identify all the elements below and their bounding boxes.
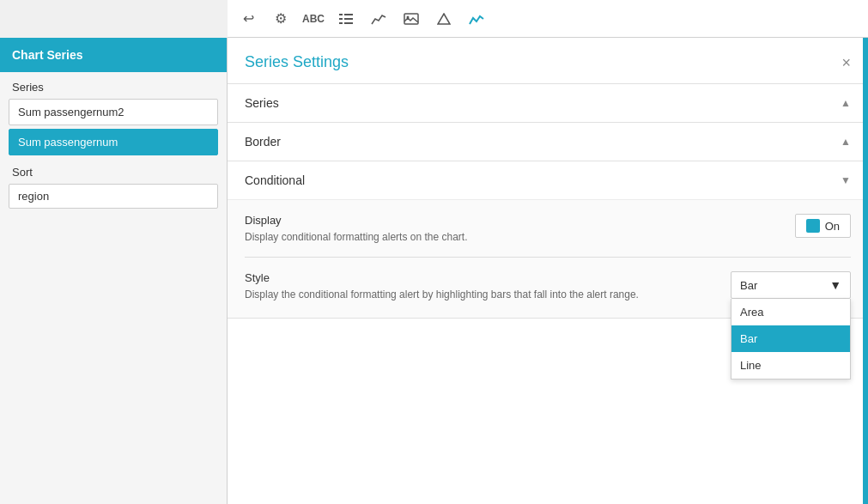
- text-button[interactable]: ABC: [300, 5, 327, 33]
- display-label: Display: [245, 214, 795, 227]
- svg-rect-5: [344, 22, 353, 24]
- section-divider: [245, 257, 851, 258]
- toggle-label: On: [825, 220, 840, 233]
- border-accordion-header[interactable]: Border ▲: [228, 123, 868, 161]
- dropdown-option-area[interactable]: Area: [731, 299, 850, 325]
- sidebar-item-series2[interactable]: Sum passengernum: [9, 129, 218, 155]
- accordion: Series ▲ Border ▲ Conditional ▼: [228, 84, 868, 504]
- svg-rect-3: [344, 18, 353, 20]
- svg-rect-0: [339, 14, 343, 15]
- svg-rect-1: [344, 14, 353, 15]
- conditional-section: Conditional ▼ Display Display conditiona…: [228, 161, 868, 319]
- sort-input[interactable]: [9, 184, 218, 209]
- dropdown-option-line[interactable]: Line: [731, 352, 850, 379]
- style-dropdown-button[interactable]: Bar ▼: [731, 271, 851, 299]
- border-section: Border ▲: [228, 123, 868, 161]
- right-accent-bar: [863, 38, 868, 504]
- list-button[interactable]: [332, 5, 360, 33]
- svg-marker-8: [438, 14, 450, 24]
- conditional-content: Display Display conditional formatting a…: [228, 199, 868, 318]
- undo-button[interactable]: ↩: [234, 5, 262, 33]
- series-label: Series: [0, 72, 227, 99]
- sidebar-item-series1[interactable]: Sum passengernum2: [9, 99, 218, 125]
- toolbar: ↩ ⚙ ABC: [228, 0, 868, 38]
- series-accordion-header[interactable]: Series ▲: [228, 84, 868, 122]
- close-button[interactable]: ×: [841, 55, 851, 70]
- dropdown-selected-label: Bar: [740, 279, 757, 292]
- shape-button[interactable]: [430, 5, 458, 33]
- settings-title: Series Settings: [245, 53, 349, 71]
- dropdown-option-bar[interactable]: Bar: [731, 325, 850, 352]
- sidebar-header: Chart Series: [0, 38, 227, 72]
- svg-rect-4: [339, 22, 343, 24]
- chart-active-button[interactable]: [463, 5, 490, 33]
- border-section-label: Border: [245, 135, 281, 149]
- display-toggle-button[interactable]: On: [795, 214, 851, 238]
- border-chevron-icon: ▲: [841, 136, 851, 148]
- style-left: Style Display the conditional formatting…: [245, 271, 731, 301]
- style-label: Style: [245, 271, 731, 284]
- settings-header: Series Settings ×: [228, 38, 868, 84]
- sidebar-items: Sum passengernum2 Sum passengernum: [0, 99, 227, 155]
- main-layout: Chart Series Series Sum passengernum2 Su…: [0, 38, 868, 504]
- dropdown-chevron-icon: ▼: [829, 278, 841, 292]
- display-description: Display conditional formatting alerts on…: [245, 231, 795, 243]
- sidebar: Chart Series Series Sum passengernum2 Su…: [0, 38, 228, 504]
- sort-label: Sort: [0, 155, 227, 184]
- toggle-on-icon: [806, 219, 820, 233]
- svg-rect-2: [339, 18, 343, 20]
- style-dropdown-wrapper: Bar ▼ Area Bar Line: [731, 271, 851, 299]
- style-row: Style Display the conditional formatting…: [245, 271, 851, 301]
- display-row: Display Display conditional formatting a…: [245, 214, 851, 243]
- conditional-accordion-header[interactable]: Conditional ▼: [228, 161, 868, 199]
- image-button[interactable]: [398, 5, 425, 33]
- series-chevron-icon: ▲: [841, 97, 851, 109]
- display-left: Display Display conditional formatting a…: [245, 214, 795, 243]
- series-section-label: Series: [245, 96, 279, 110]
- series-section: Series ▲: [228, 84, 868, 123]
- content-panel: Series Settings × Series ▲ Border ▲: [228, 38, 868, 504]
- conditional-chevron-icon: ▼: [841, 174, 851, 186]
- conditional-section-label: Conditional: [245, 173, 305, 187]
- style-dropdown-list: Area Bar Line: [731, 299, 851, 380]
- chart-line-button[interactable]: [365, 5, 392, 33]
- settings-button[interactable]: ⚙: [267, 5, 294, 33]
- style-description: Display the conditional formatting alert…: [245, 288, 665, 301]
